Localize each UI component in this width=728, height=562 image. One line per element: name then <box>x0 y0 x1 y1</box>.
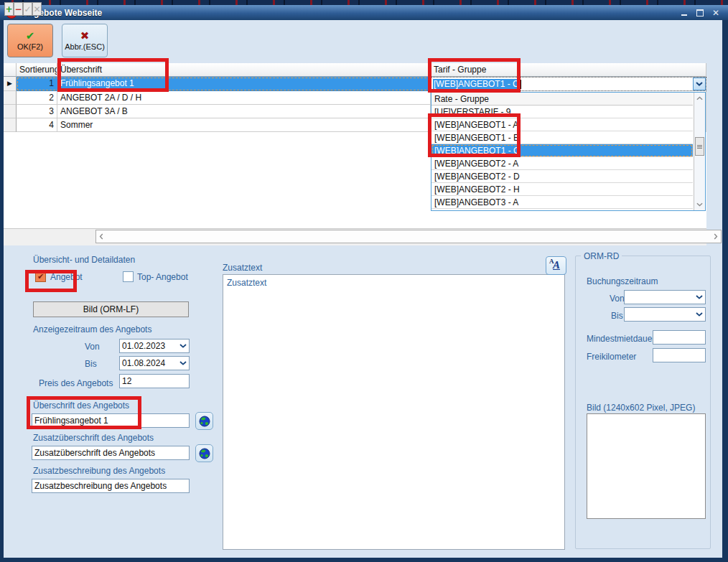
chevron-down-icon <box>696 295 703 299</box>
row-indicator: ▶ <box>4 77 17 91</box>
zusatztext-textarea[interactable]: Zusatztext <box>223 274 565 550</box>
zusatzbeschreibung-label: Zusatzbeschreibung des Angebots <box>33 466 165 476</box>
grid-corner-header <box>4 63 17 77</box>
orm-bis-select[interactable] <box>624 307 706 322</box>
maximize-icon <box>696 9 704 17</box>
dropdown-item-selected[interactable]: [WEB]ANGEBOT1 - C <box>431 144 693 157</box>
orm-bild-label: Bild (1240x602 Pixel, JPEG) <box>587 403 695 413</box>
big-a-icon: A <box>553 259 560 271</box>
cancel-edit-button[interactable]: ✕ <box>32 2 42 16</box>
check-icon: ✔ <box>26 30 35 42</box>
mindestmietdauer-label: Mindestmietdauer <box>587 334 655 344</box>
freikilometer-label: Freikilometer <box>587 352 636 362</box>
dropdown-column-header: Rate - Gruppe <box>431 93 693 106</box>
minimize-button[interactable] <box>679 8 689 18</box>
scroll-left-button[interactable] <box>96 230 106 243</box>
dropdown-item[interactable]: [WEB]ANGEBOT1 - A <box>431 118 693 131</box>
titlebar[interactable]: G Angebote Webseite ✕ <box>0 5 728 20</box>
preis-input[interactable] <box>119 374 190 388</box>
combobox-selected-text: [WEB]ANGEBOT1 - C <box>433 79 520 89</box>
orm-von-select[interactable] <box>624 290 706 304</box>
insert-record-button[interactable]: + <box>4 2 14 16</box>
row-indicator <box>4 118 17 132</box>
zusatzbeschreibung-input[interactable] <box>32 479 190 493</box>
grid-cell-sort[interactable]: 2 <box>17 91 57 105</box>
translate-button[interactable] <box>195 412 213 430</box>
grid-cell-title[interactable]: ANGEBOT 3A / B <box>57 105 431 118</box>
column-header-sortierung[interactable]: Sortierung <box>17 63 57 77</box>
scroll-down-button[interactable] <box>694 199 705 210</box>
chevron-down-icon <box>179 344 187 348</box>
ueberschrift-input[interactable] <box>32 413 190 428</box>
combobox-dropdown-button[interactable] <box>693 78 706 90</box>
dropdown-item[interactable]: [WEB]ANGEBOT3 - A <box>431 196 693 209</box>
minimize-icon <box>681 14 687 16</box>
zusatzueberschrift-input[interactable] <box>32 446 190 460</box>
cancel-button[interactable]: ✖ Abbr.(ESC) <box>62 24 108 57</box>
grid-cell-sort[interactable]: 4 <box>17 118 57 132</box>
top-angebot-checkbox[interactable] <box>123 271 134 282</box>
dropdown-item[interactable]: [UF]VERSTARIF - 9 <box>431 106 693 118</box>
close-button[interactable]: ✕ <box>711 8 721 18</box>
mindestmietdauer-input[interactable] <box>653 330 706 345</box>
background-window-strip <box>0 0 728 5</box>
orm-bis-label: Bis <box>611 311 623 321</box>
von-date-select[interactable]: 01.02.2023 <box>119 339 190 353</box>
von-date-value: 01.02.2023 <box>122 341 165 351</box>
delete-record-button[interactable]: − <box>14 2 23 16</box>
grid-cell-sort[interactable]: 1 <box>17 77 57 91</box>
tarif-gruppe-dropdown-list: Rate - Gruppe [UF]VERSTARIF - 9 [WEB]ANG… <box>431 92 706 211</box>
grid-cell-title[interactable]: ANGEBOT 2A / D / H <box>57 91 431 105</box>
ok-button[interactable]: ✔ OK(F2) <box>7 24 53 57</box>
bild-orm-lf-button[interactable]: Bild (ORM-LF) <box>33 301 189 317</box>
bis-label: Bis <box>85 359 97 369</box>
dropdown-item[interactable]: [WEB]ANGEBOT2 - H <box>431 183 693 196</box>
preis-label: Preis des Angebots <box>39 378 113 388</box>
scrollbar-thumb[interactable] <box>695 137 704 156</box>
tarif-gruppe-combobox[interactable]: [WEB]ANGEBOT1 - C <box>431 77 706 91</box>
scroll-right-button[interactable] <box>711 230 721 243</box>
orm-rd-legend: ORM-RD <box>581 251 622 261</box>
angebot-checkbox-label[interactable]: Angebot <box>50 272 83 282</box>
dropdown-item[interactable]: [WEB]ANGEBOT2 - D <box>431 170 693 183</box>
maximize-button[interactable] <box>695 8 705 18</box>
anzeigezeitraum-label: Anzeigezeitraum des Angebots <box>33 324 151 334</box>
bis-date-select[interactable]: 01.08.2024 <box>119 356 190 370</box>
row-indicator <box>4 105 17 118</box>
von-label: Von <box>85 342 100 352</box>
grid-horizontal-scrollbar[interactable] <box>95 230 722 243</box>
cancel-button-label: Abbr.(ESC) <box>65 42 105 51</box>
column-header-ueberschrift[interactable]: Überschrift <box>57 63 431 77</box>
column-header-tarif-gruppe[interactable]: Tarif - Gruppe <box>431 63 706 77</box>
dropdown-scrollbar[interactable] <box>694 93 705 210</box>
chevron-left-icon <box>99 233 103 240</box>
chevron-up-icon <box>696 96 703 100</box>
section-label-uebersicht: Übersicht- und Detaildaten <box>33 255 135 265</box>
grid-cell-sort[interactable]: 3 <box>17 105 57 118</box>
ueberschrift-label: Überschrift des Angebots <box>33 401 129 411</box>
post-edit-button[interactable]: ✓ <box>23 2 32 16</box>
globe-icon <box>199 416 210 427</box>
buchungszeitraum-label: Buchungszeitraum <box>587 276 658 286</box>
zusatztext-label: Zusatztext <box>223 263 262 273</box>
angebot-checkbox[interactable]: ✔ <box>35 271 46 282</box>
dropdown-item[interactable]: [WEB]ANGEBOT2 - A <box>431 157 693 170</box>
text-caret <box>521 80 521 89</box>
font-select-button[interactable]: A A <box>546 256 566 275</box>
row-indicator <box>4 91 17 105</box>
thumb-grip-icon <box>697 145 702 149</box>
grid-cell-title[interactable]: Frühlingsangebot 1 <box>57 77 431 91</box>
orm-image-placeholder <box>587 413 706 519</box>
freikilometer-input[interactable] <box>653 348 706 362</box>
grid-cell-title[interactable]: Sommer <box>57 118 431 132</box>
zusatzueberschrift-label: Zusatzüberschrift des Angebots <box>33 433 154 443</box>
scroll-up-button[interactable] <box>694 93 705 104</box>
check-icon: ✔ <box>37 272 44 281</box>
app-window: G Angebote Webseite ✕ ✔ OK(F2) ✖ Abbr.(E… <box>0 0 728 562</box>
translate-button[interactable] <box>195 444 213 462</box>
chevron-down-icon <box>696 202 703 207</box>
globe-icon <box>199 448 210 459</box>
bis-date-value: 01.08.2024 <box>122 358 165 368</box>
dropdown-item[interactable]: [WEB]ANGEBOT1 - B <box>431 131 693 144</box>
top-angebot-checkbox-label[interactable]: Top- Angebot <box>137 272 188 282</box>
